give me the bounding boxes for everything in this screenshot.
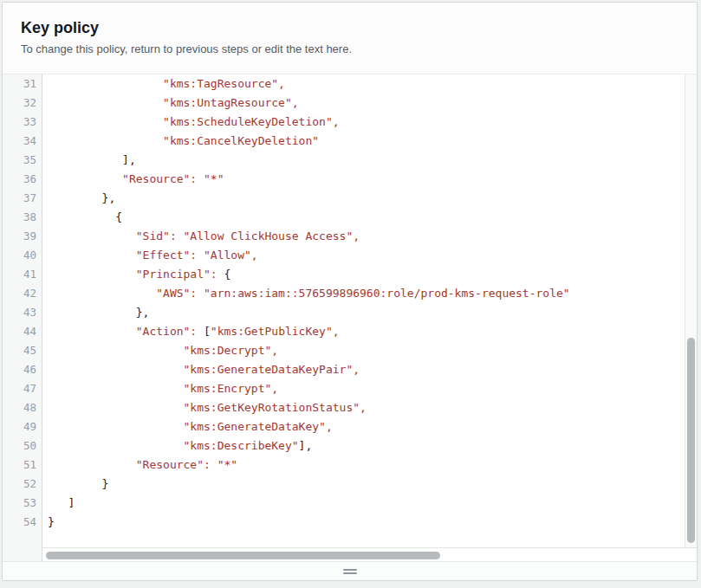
key-policy-panel: Key policy To change this policy, return… [2, 2, 698, 581]
panel-title: Key policy [21, 17, 697, 38]
line-number: 54 [3, 513, 42, 532]
line-number: 33 [3, 113, 42, 132]
key-policy-screen: Key policy To change this policy, return… [0, 0, 701, 588]
line-number: 37 [3, 189, 42, 208]
line-number: 39 [3, 227, 42, 246]
line-number: 34 [3, 132, 42, 151]
code-line: "kms:DescribeKey"], [42, 436, 685, 456]
code-line: "kms:GetKeyRotationStatus", [42, 398, 685, 417]
code-line: "kms:GenerateDataKey", [42, 417, 685, 436]
code-line: "Resource": "*" [42, 170, 685, 189]
code-line: }, [42, 303, 685, 322]
code-line: "kms:UntagResource", [42, 94, 685, 113]
line-number: 42 [3, 284, 42, 303]
line-number: 32 [3, 94, 42, 113]
line-number: 50 [3, 436, 42, 456]
line-number: 31 [3, 74, 42, 94]
code-lines[interactable]: "kms:TagResource", "kms:UntagResource", … [42, 74, 685, 547]
line-number: 52 [3, 475, 42, 494]
horizontal-scrollbar-thumb[interactable] [46, 552, 440, 559]
line-number: 38 [3, 208, 42, 227]
code-line: "Sid": "Allow ClickHouse Access", [42, 227, 685, 246]
line-number: 48 [3, 398, 42, 417]
gutter: 3132333435363738394041424344454647484950… [3, 74, 42, 561]
code-line: "kms:Decrypt", [42, 341, 685, 360]
policy-editor[interactable]: 3132333435363738394041424344454647484950… [3, 74, 697, 561]
code-line: { [42, 208, 685, 227]
code-line: "Action": ["kms:GetPublicKey", [42, 322, 685, 341]
editor-footer [3, 561, 697, 580]
line-number: 43 [3, 303, 42, 322]
line-number: 35 [3, 151, 42, 170]
code-line: ] [42, 494, 685, 513]
horizontal-scrollbar-track[interactable] [42, 547, 697, 561]
line-number: 40 [3, 246, 42, 265]
line-number: 44 [3, 322, 42, 341]
code-line: } [42, 475, 685, 494]
line-number: 49 [3, 417, 42, 436]
line-number: 53 [3, 494, 42, 513]
line-number: 47 [3, 379, 42, 398]
line-number: 36 [3, 170, 42, 189]
code-line: "Resource": "*" [42, 456, 685, 475]
line-number: 46 [3, 360, 42, 379]
code-line: "kms:Encrypt", [42, 379, 685, 398]
code-line: "kms:CancelKeyDeletion" [42, 132, 685, 151]
code-line: "Effect": "Allow", [42, 246, 685, 265]
line-number: 41 [3, 265, 42, 284]
panel-subtitle: To change this policy, return to previou… [21, 42, 697, 56]
code-line: }, [42, 189, 685, 208]
code-line: "Principal": { [42, 265, 685, 284]
code-line: "AWS": "arn:aws:iam::576599896960:role/p… [42, 284, 685, 303]
code-line: ], [42, 151, 685, 170]
resize-handle-icon[interactable] [343, 569, 357, 574]
line-number: 51 [3, 456, 42, 475]
code-line: } [42, 513, 685, 532]
code-line: "kms:TagResource", [42, 74, 685, 94]
line-number: 45 [3, 341, 42, 360]
code-line: "kms:ScheduleKeyDeletion", [42, 113, 685, 132]
vertical-scrollbar-track[interactable] [685, 74, 697, 547]
panel-header: Key policy To change this policy, return… [3, 3, 697, 74]
vertical-scrollbar-thumb[interactable] [687, 338, 695, 543]
code-line: "kms:GenerateDataKeyPair", [42, 360, 685, 379]
